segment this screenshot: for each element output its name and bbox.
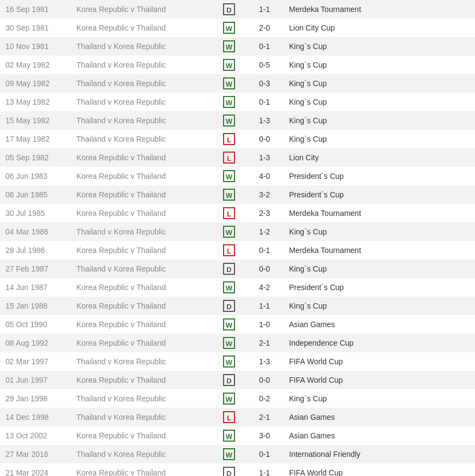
match-date: 08 Aug 1992 bbox=[0, 334, 71, 352]
match-score: 1-1 bbox=[245, 463, 284, 476]
match-result-badge: L bbox=[213, 148, 245, 167]
match-teams: Thailand v Korea Republic bbox=[71, 130, 213, 148]
match-score: 0-0 bbox=[245, 260, 284, 278]
table-row: 01 Jun 1997 Korea Republic v Thailand D … bbox=[0, 371, 475, 389]
match-teams: Thailand v Korea Republic bbox=[71, 352, 213, 371]
result-badge: L bbox=[223, 133, 235, 145]
result-badge: W bbox=[223, 393, 235, 405]
match-score: 0-1 bbox=[245, 445, 284, 463]
result-badge: W bbox=[223, 430, 235, 442]
match-score: 0-5 bbox=[245, 56, 284, 74]
match-score: 0-1 bbox=[245, 241, 284, 260]
match-teams: Thailand v Korea Republic bbox=[71, 408, 213, 426]
match-result-badge: W bbox=[213, 389, 245, 408]
match-score: 2-1 bbox=[245, 408, 284, 426]
result-badge: W bbox=[223, 281, 235, 293]
table-row: 06 Jun 1983 Korea Republic v Thailand W … bbox=[0, 167, 475, 185]
match-date: 21 Mar 2024 bbox=[0, 463, 71, 476]
table-row: 13 May 1982 Thailand v Korea Republic W … bbox=[0, 93, 475, 111]
table-row: 05 Oct 1990 Korea Republic v Thailand W … bbox=[0, 315, 475, 334]
match-date: 27 Feb 1987 bbox=[0, 260, 71, 278]
match-date: 09 May 1982 bbox=[0, 74, 71, 93]
match-score: 2-3 bbox=[245, 204, 284, 222]
match-tournament: King`s Cup bbox=[284, 93, 475, 111]
result-badge: D bbox=[223, 300, 235, 312]
result-badge: W bbox=[223, 226, 235, 238]
match-teams: Korea Republic v Thailand bbox=[71, 463, 213, 476]
match-result-badge: W bbox=[213, 167, 245, 185]
match-teams: Thailand v Korea Republic bbox=[71, 74, 213, 93]
match-teams: Korea Republic v Thailand bbox=[71, 148, 213, 167]
match-score: 1-3 bbox=[245, 352, 284, 371]
table-row: 09 May 1982 Thailand v Korea Republic W … bbox=[0, 74, 475, 93]
table-row: 06 Jun 1985 Korea Republic v Thailand W … bbox=[0, 185, 475, 204]
match-tournament: International Friendly bbox=[284, 445, 475, 463]
match-result-badge: D bbox=[213, 297, 245, 315]
result-badge: W bbox=[223, 59, 235, 71]
match-tournament: Independence Cup bbox=[284, 334, 475, 352]
match-result-badge: D bbox=[213, 371, 245, 389]
match-date: 13 May 1982 bbox=[0, 93, 71, 111]
match-date: 15 May 1982 bbox=[0, 111, 71, 130]
match-score: 4-0 bbox=[245, 167, 284, 185]
match-teams: Thailand v Korea Republic bbox=[71, 445, 213, 463]
result-badge: W bbox=[223, 22, 235, 34]
match-result-badge: W bbox=[213, 445, 245, 463]
match-tournament: King`s Cup bbox=[284, 111, 475, 130]
match-date: 06 Jun 1985 bbox=[0, 185, 71, 204]
match-tournament: Lion City bbox=[284, 148, 475, 167]
match-tournament: King`s Cup bbox=[284, 389, 475, 408]
match-score: 0-0 bbox=[245, 130, 284, 148]
table-row: 29 Jan 1998 Thailand v Korea Republic W … bbox=[0, 389, 475, 408]
match-score: 2-0 bbox=[245, 19, 284, 37]
table-row: 05 Sep 1982 Korea Republic v Thailand L … bbox=[0, 148, 475, 167]
match-result-badge: W bbox=[213, 222, 245, 241]
table-row: 16 Sep 1981 Korea Republic v Thailand D … bbox=[0, 0, 475, 19]
match-tournament: King`s Cup bbox=[284, 56, 475, 74]
result-badge: W bbox=[223, 170, 235, 182]
match-date: 17 May 1982 bbox=[0, 130, 71, 148]
match-result-badge: L bbox=[213, 408, 245, 426]
match-tournament: Merdeka Tournament bbox=[284, 204, 475, 222]
match-date: 29 Jan 1998 bbox=[0, 389, 71, 408]
result-badge: W bbox=[223, 318, 235, 330]
match-result-badge: W bbox=[213, 93, 245, 111]
match-score: 0-1 bbox=[245, 93, 284, 111]
match-teams: Korea Republic v Thailand bbox=[71, 315, 213, 334]
match-result-badge: L bbox=[213, 241, 245, 260]
match-teams: Korea Republic v Thailand bbox=[71, 297, 213, 315]
match-score: 0-3 bbox=[245, 74, 284, 93]
table-row: 27 Mar 2016 Thailand v Korea Republic W … bbox=[0, 445, 475, 463]
table-row: 17 May 1982 Thailand v Korea Republic L … bbox=[0, 130, 475, 148]
table-row: 04 Mar 1986 Thailand v Korea Republic W … bbox=[0, 222, 475, 241]
match-score: 3-2 bbox=[245, 185, 284, 204]
match-teams: Korea Republic v Thailand bbox=[71, 426, 213, 445]
table-row: 15 Jan 1988 Korea Republic v Thailand D … bbox=[0, 297, 475, 315]
match-tournament: King`s Cup bbox=[284, 297, 475, 315]
match-score: 0-0 bbox=[245, 371, 284, 389]
match-tournament: FIFA World Cup bbox=[284, 352, 475, 371]
table-row: 28 Jul 1986 Korea Republic v Thailand L … bbox=[0, 241, 475, 260]
match-tournament: Merdeka Tournament bbox=[284, 241, 475, 260]
result-badge: W bbox=[223, 189, 235, 201]
match-result-badge: W bbox=[213, 334, 245, 352]
match-score: 0-1 bbox=[245, 37, 284, 56]
table-row: 30 Sep 1981 Korea Republic v Thailand W … bbox=[0, 19, 475, 37]
match-result-badge: W bbox=[213, 426, 245, 445]
match-score: 1-1 bbox=[245, 297, 284, 315]
table-row: 21 Mar 2024 Korea Republic v Thailand D … bbox=[0, 463, 475, 476]
match-teams: Korea Republic v Thailand bbox=[71, 167, 213, 185]
result-badge: L bbox=[223, 411, 235, 423]
table-row: 10 Nov 1981 Thailand v Korea Republic W … bbox=[0, 37, 475, 56]
match-result-badge: W bbox=[213, 74, 245, 93]
match-result-badge: W bbox=[213, 56, 245, 74]
table-row: 02 May 1982 Thailand v Korea Republic W … bbox=[0, 56, 475, 74]
match-teams: Thailand v Korea Republic bbox=[71, 222, 213, 241]
match-teams: Korea Republic v Thailand bbox=[71, 278, 213, 297]
result-badge: W bbox=[223, 40, 235, 52]
match-tournament: Asian Games bbox=[284, 315, 475, 334]
match-tournament: President`s Cup bbox=[284, 167, 475, 185]
result-badge: W bbox=[223, 337, 235, 349]
result-badge: W bbox=[223, 356, 235, 367]
result-badge: L bbox=[223, 207, 235, 219]
